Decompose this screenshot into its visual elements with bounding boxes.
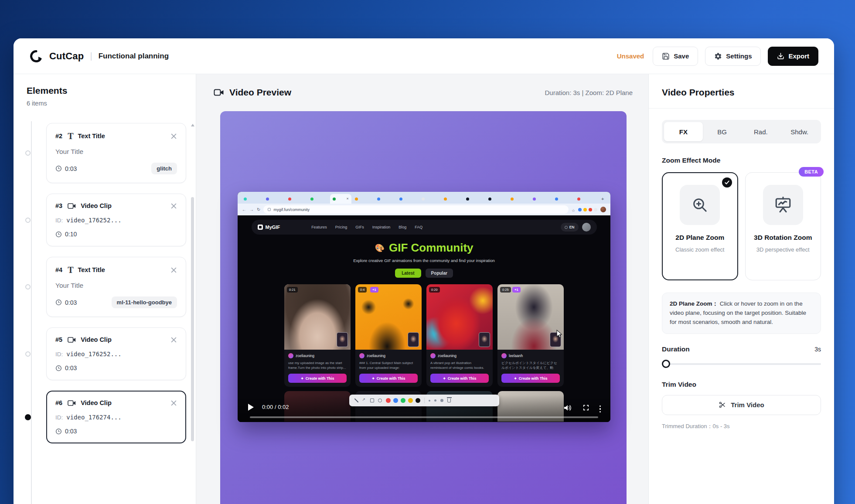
close-icon[interactable] [170, 203, 177, 209]
video-icon [68, 400, 76, 406]
duration-value: 3s [814, 346, 821, 353]
divider [649, 108, 834, 109]
close-icon[interactable] [170, 267, 177, 273]
site-user-avatar [582, 223, 591, 232]
refresh-icon [257, 207, 260, 212]
element-card-5[interactable]: #5 Video Clip ID:video_176252... [46, 327, 186, 380]
element-text: Your Title [55, 148, 83, 156]
clock-icon [55, 299, 62, 306]
element-id: video_176252... [66, 351, 121, 358]
element-card-3[interactable]: #3 Video Clip ID:video_176252... [46, 194, 186, 246]
video-stage[interactable]: mygif.fun/community MyGIF [220, 111, 627, 504]
element-card-6-selected[interactable]: #6 Video Clip ID:video_176274... [46, 391, 186, 443]
element-number: #5 [55, 336, 62, 343]
language-pill: EN [561, 223, 579, 232]
annotation-toolbar [349, 395, 499, 406]
save-button[interactable]: Save [653, 47, 698, 66]
site-brand-name: MyGIF [266, 225, 280, 230]
volume-icon[interactable] [563, 404, 572, 412]
mouse-cursor [556, 330, 563, 338]
element-number: #4 [55, 266, 62, 273]
element-type: Text Title [78, 133, 105, 140]
ellipse-icon [378, 398, 382, 402]
zoom-effect-mode-label: Zoom Effect Mode [662, 157, 821, 164]
create-with-this-button: ✦Create with This [501, 374, 560, 383]
filter-popular: Popular [426, 269, 453, 278]
id-label: ID: [55, 217, 63, 224]
browser-tab-strip [238, 192, 610, 204]
elements-sidebar: Elements 6 items #2 T Text Title [14, 74, 196, 504]
timeline-dot-active [25, 414, 31, 420]
bookmark-icon [572, 206, 575, 214]
tab-shdw[interactable]: Shdw. [780, 122, 819, 141]
slider-track[interactable] [664, 363, 821, 365]
play-icon[interactable] [248, 404, 254, 411]
preview-title: Video Preview [229, 87, 291, 98]
element-type: Video Clip [81, 336, 112, 343]
text-icon: T [68, 132, 73, 140]
export-button[interactable]: Export [768, 47, 818, 66]
preview-meta: Duration: 3s | Zoom: 2D Plane [545, 89, 633, 96]
id-label: ID: [55, 414, 63, 421]
tab-fx[interactable]: FX [664, 122, 703, 141]
clock-icon [55, 231, 62, 238]
properties-tab-bar: FX BG Rad. Shdw. [662, 120, 821, 143]
app-window: CutCap | Functional planning Unsaved Sav… [14, 38, 834, 504]
video-surface[interactable]: mygif.fun/community MyGIF [238, 192, 610, 422]
scrollbar-thumb[interactable] [191, 197, 194, 441]
user-avatar [359, 353, 364, 358]
close-icon[interactable] [170, 337, 177, 343]
site-brand: MyGIF [258, 225, 280, 230]
element-number: #2 [55, 133, 62, 140]
user-avatar [430, 353, 436, 358]
header-divider: | [90, 51, 92, 61]
mode-2d-plane-zoom[interactable]: 2D Plane Zoom Classic zoom effect [662, 172, 738, 280]
pip-thumbnail [408, 332, 419, 347]
tab-bg[interactable]: BG [703, 122, 742, 141]
slider-thumb[interactable] [662, 360, 670, 368]
trim-video-button[interactable]: Trim Video [662, 395, 821, 415]
element-type: Video Clip [81, 399, 112, 406]
gif-card: 0:21 zoeliauning use my uploaded image a… [284, 284, 351, 387]
site-subtitle: Explore creative GIF animations from the… [238, 258, 610, 263]
scissors-icon [719, 401, 726, 409]
trash-icon [447, 398, 451, 402]
mode-description-box: 2D Plane Zoom： Click or hover to zoom in… [662, 293, 821, 334]
element-duration: 0:03 [55, 165, 77, 172]
mode-3d-rotation-zoom[interactable]: BETA 3D Rotation Zoom 3D perspective eff… [745, 172, 821, 280]
forward-icon [249, 207, 254, 212]
url-text: mygif.fun/community [273, 208, 310, 212]
element-number: #6 [55, 399, 62, 406]
clock-icon [55, 365, 62, 371]
globe-icon [565, 226, 568, 229]
site-content: MyGIF Features Pricing GIFs Inspiration … [238, 215, 610, 422]
duration-slider[interactable] [662, 360, 821, 368]
scroll-up-icon[interactable] [191, 124, 194, 126]
element-card-2[interactable]: #2 T Text Title Your Title 0:03 [46, 123, 186, 183]
site-nav-links: Features Pricing GIFs Inspiration Blog F… [311, 225, 422, 229]
text-icon: T [68, 266, 73, 274]
timeline-dot [25, 351, 31, 357]
video-icon [68, 337, 76, 343]
element-duration: 0:03 [55, 299, 77, 306]
sidebar-scrollbar[interactable] [191, 123, 194, 504]
fullscreen-icon[interactable] [582, 404, 589, 411]
tab-rad[interactable]: Rad. [742, 122, 780, 141]
close-icon[interactable] [170, 400, 177, 406]
user-avatar [288, 353, 293, 358]
app-name: CutCap [49, 51, 84, 62]
settings-label: Settings [726, 52, 752, 60]
mode-description-lead: 2D Plane Zoom： [670, 300, 718, 307]
address-field: mygif.fun/community [263, 205, 569, 214]
progress-bar[interactable] [250, 416, 598, 418]
video-icon [68, 203, 76, 209]
effect-badge: glitch [151, 163, 177, 174]
pip-thumbnail [337, 332, 348, 347]
settings-button[interactable]: Settings [705, 47, 761, 66]
mode-title: 3D Rotation Zoom [750, 233, 817, 242]
elements-list: #2 T Text Title Your Title 0:03 [14, 121, 196, 504]
close-icon[interactable] [170, 133, 177, 140]
kebab-menu-icon[interactable] [600, 405, 601, 413]
element-card-4[interactable]: #4 T Text Title Your Title 0:03 [46, 257, 186, 317]
rectangle-icon [370, 398, 374, 402]
